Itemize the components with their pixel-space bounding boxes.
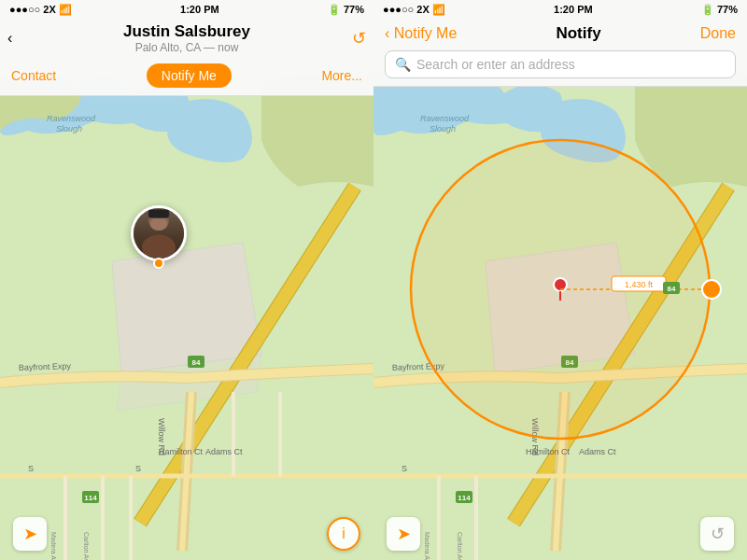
battery1: 🔋 77% xyxy=(328,4,364,16)
search-placeholder: Search or enter an address xyxy=(416,57,575,72)
time1: 1:20 PM xyxy=(180,4,219,15)
svg-text:Slough: Slough xyxy=(430,124,456,133)
svg-text:S: S xyxy=(135,464,141,473)
my-location-button2[interactable]: ➤ xyxy=(387,517,420,551)
avatar-pin xyxy=(131,205,187,269)
svg-text:Ravenswood: Ravenswood xyxy=(47,114,96,123)
bottom-bar1: ➤ i xyxy=(0,517,374,551)
contact-location: Palo Alto, CA — now xyxy=(123,41,250,54)
done-button[interactable]: Done xyxy=(700,25,736,42)
svg-text:1,430 ft: 1,430 ft xyxy=(625,280,654,289)
battery2: 🔋 77% xyxy=(701,4,738,16)
phone1: Bayfront Expy Willow Rd Adams Ct Hamilto… xyxy=(0,0,374,560)
refresh-button2[interactable]: ↺ xyxy=(700,517,734,551)
notify-back-button[interactable]: ‹ Notify Me xyxy=(385,25,457,42)
search-bar[interactable]: 🔍 Search or enter an address xyxy=(385,50,736,78)
info-icon: i xyxy=(342,525,345,542)
phone2: Bayfront Expy Willow Rd Adams Ct Hamilto… xyxy=(374,0,747,560)
refresh-button[interactable]: ↺ xyxy=(352,28,366,49)
time2: 1:20 PM xyxy=(554,4,593,15)
svg-rect-32 xyxy=(148,210,169,218)
bottom-bar2: ➤ ↺ xyxy=(374,517,747,551)
my-location-button[interactable]: ➤ xyxy=(13,517,47,551)
info-button[interactable]: i xyxy=(327,517,360,551)
search-icon: 🔍 xyxy=(395,57,411,72)
signal2: ●●●○○ 2X 📶 xyxy=(383,4,445,16)
svg-text:114: 114 xyxy=(84,494,97,502)
svg-text:84: 84 xyxy=(192,358,201,367)
svg-text:84: 84 xyxy=(668,285,676,293)
signal-status: ●●●○○ 2X 📶 xyxy=(9,4,72,16)
svg-text:114: 114 xyxy=(458,494,471,502)
more-button[interactable]: More... xyxy=(321,68,362,83)
svg-text:Hamilton Ct: Hamilton Ct xyxy=(159,447,204,456)
location-icon: ➤ xyxy=(23,524,37,544)
svg-text:Ravenswood: Ravenswood xyxy=(420,114,470,123)
location-icon2: ➤ xyxy=(397,524,411,544)
svg-text:Hamilton Ct: Hamilton Ct xyxy=(526,447,571,456)
notify-nav: ●●●○○ 2X 📶 1:20 PM 🔋 77% ‹ Notify Me Not… xyxy=(374,0,747,87)
status-bar1: ●●●○○ 2X 📶 1:20 PM 🔋 77% xyxy=(0,0,374,19)
notify-nav-row: ‹ Notify Me Notify Done xyxy=(374,19,747,50)
svg-text:Bayfront Expy: Bayfront Expy xyxy=(19,361,72,372)
svg-text:S: S xyxy=(402,464,407,473)
notify-me-button[interactable]: Notify Me xyxy=(147,63,232,88)
svg-text:Slough: Slough xyxy=(56,124,82,133)
avatar xyxy=(131,205,187,261)
contact-name: Justin Salsburey xyxy=(123,22,250,41)
contact-button[interactable]: Contact xyxy=(11,68,56,83)
nav-bar1: ●●●○○ 2X 📶 1:20 PM 🔋 77% ‹ Justin Salsbu… xyxy=(0,0,374,96)
actions-row: Contact Notify Me More... xyxy=(0,60,374,95)
status-bar2: ●●●○○ 2X 📶 1:20 PM 🔋 77% xyxy=(374,0,747,19)
location-dot xyxy=(153,258,164,269)
svg-text:S: S xyxy=(28,464,34,473)
notify-title: Notify xyxy=(556,24,600,43)
refresh-icon2: ↺ xyxy=(711,524,725,544)
svg-point-29 xyxy=(142,235,176,259)
svg-text:Adams Ct: Adams Ct xyxy=(579,447,616,456)
svg-point-30 xyxy=(150,217,167,231)
title-row: ‹ Justin Salsburey Palo Alto, CA — now ↺ xyxy=(0,19,374,60)
back-button[interactable]: ‹ xyxy=(7,30,12,47)
svg-text:Adams Ct: Adams Ct xyxy=(205,447,243,456)
